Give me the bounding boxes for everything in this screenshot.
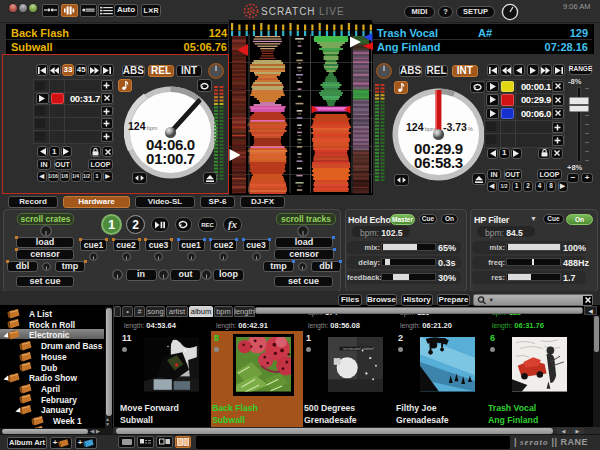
svg-text:no excuses! slabber!: no excuses! slabber! <box>343 346 374 350</box>
svg-text:SCRATCH: SCRATCH <box>261 6 316 17</box>
svg-text:LIVE: LIVE <box>319 6 345 17</box>
